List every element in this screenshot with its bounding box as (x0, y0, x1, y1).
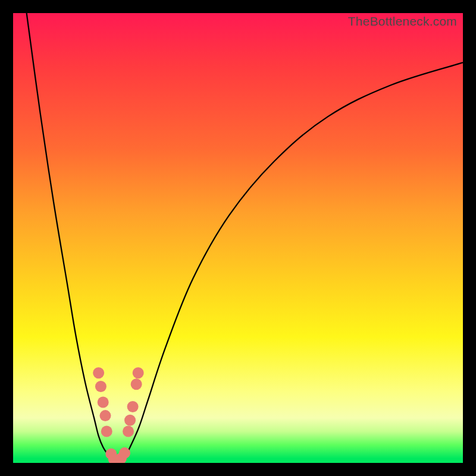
curve-right (121, 62, 463, 462)
data-marker (127, 401, 139, 412)
data-marker (131, 378, 142, 390)
marker-group (93, 367, 144, 463)
data-marker (119, 447, 130, 459)
data-marker (101, 426, 112, 437)
plot-area: TheBottleneck.com (13, 13, 463, 463)
data-marker (93, 367, 104, 378)
data-marker (98, 396, 109, 408)
data-marker (123, 426, 134, 437)
curve-left (27, 13, 116, 462)
data-marker (95, 381, 107, 392)
chart-svg (13, 13, 463, 463)
chart-frame: TheBottleneck.com (0, 0, 476, 476)
data-marker (133, 367, 144, 378)
data-marker (99, 410, 111, 421)
data-marker (124, 415, 136, 426)
